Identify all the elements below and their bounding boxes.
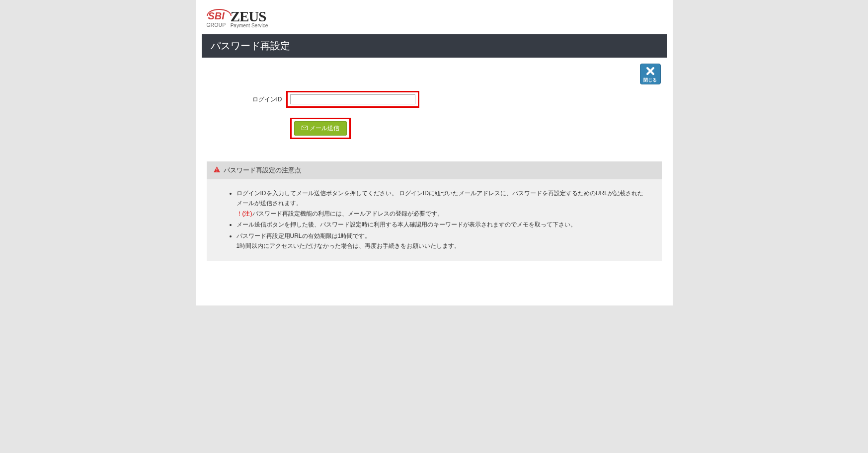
notice-header: パスワード再設定の注意点 — [207, 161, 662, 179]
login-id-row: ログインID — [251, 91, 667, 108]
svg-rect-2 — [216, 171, 217, 171]
login-id-input[interactable] — [290, 94, 415, 104]
notice-body: ログインIDを入力してメール送信ボタンを押してください。 ログインIDに紐づいた… — [207, 179, 662, 261]
send-button-row: メール送信 — [251, 118, 667, 139]
notice-item-text: ログインIDを入力してメール送信ボタンを押してください。 ログインIDに紐づいた… — [237, 190, 643, 207]
zeus-main-text: ZEUS — [231, 10, 268, 23]
notice-panel: パスワード再設定の注意点 ログインIDを入力してメール送信ボタンを押してください… — [207, 161, 662, 291]
sbi-group-text: GROUP — [207, 22, 226, 28]
content-area: 閉じる ログインID — [202, 58, 667, 291]
notice-item-subtext: 1時間以内にアクセスいただけなかった場合は、再度お手続きをお願いいたします。 — [237, 242, 461, 249]
notice-title: パスワード再設定の注意点 — [224, 166, 301, 175]
send-button-highlight: メール送信 — [290, 118, 351, 139]
sbi-logo: SBI GROUP — [207, 11, 226, 28]
login-id-highlight — [286, 91, 419, 108]
close-icon — [645, 66, 655, 77]
send-button-label: メール送信 — [310, 124, 339, 133]
mail-icon — [302, 125, 308, 132]
notice-warn-prefix: ！(注) — [237, 210, 252, 217]
form-area: ログインID メール送信 — [202, 64, 667, 154]
notice-list: ログインIDを入力してメール送信ボタンを押してください。 ログインIDに紐づいた… — [219, 188, 649, 251]
notice-item-3: パスワード再設定用URLの有効期限は1時間です。 1時間以内にアクセスいただけな… — [237, 231, 649, 251]
zeus-logo: ZEUS Payment Service — [231, 10, 268, 28]
svg-rect-1 — [216, 168, 217, 170]
close-button-label: 閉じる — [643, 78, 657, 82]
send-mail-button[interactable]: メール送信 — [294, 121, 347, 136]
notice-item-2: メール送信ボタンを押した後、パスワード設定時に利用する本人確認用のキーワードが表… — [237, 220, 649, 229]
notice-item-1: ログインIDを入力してメール送信ボタンを押してください。 ログインIDに紐づいた… — [237, 188, 649, 219]
warning-icon — [214, 166, 220, 174]
main-container: SBI GROUP ZEUS Payment Service パスワード再設定 … — [196, 0, 673, 305]
logo-area: SBI GROUP ZEUS Payment Service — [202, 0, 667, 34]
notice-warn-text: パスワード再設定機能の利用には、メールアドレスの登録が必要です。 — [252, 210, 443, 217]
notice-item-text: メール送信ボタンを押した後、パスワード設定時に利用する本人確認用のキーワードが表… — [237, 221, 576, 228]
zeus-sub-text: Payment Service — [231, 23, 268, 28]
close-button[interactable]: 閉じる — [640, 64, 661, 84]
login-id-label: ログインID — [251, 95, 286, 104]
page-title: パスワード再設定 — [202, 34, 667, 58]
sbi-logo-text: SBI — [208, 11, 224, 21]
notice-item-text: パスワード再設定用URLの有効期限は1時間です。 — [237, 232, 371, 239]
